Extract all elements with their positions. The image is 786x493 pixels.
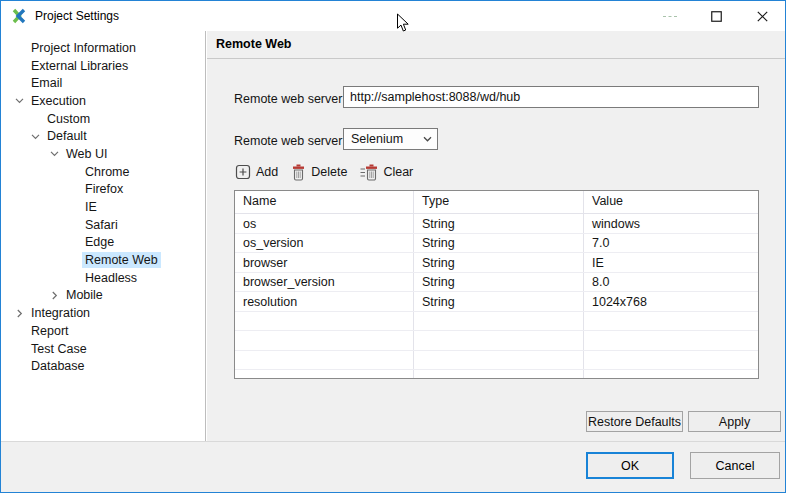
- sidebar-item-web-ui[interactable]: Web UI: [1, 145, 205, 163]
- chevron-right-icon[interactable]: [11, 309, 28, 318]
- sidebar-item-headless[interactable]: Headless: [1, 269, 205, 287]
- sidebar-item-chrome[interactable]: Chrome: [1, 163, 205, 181]
- chevron-down-icon[interactable]: [46, 149, 63, 158]
- column-header-name: Name: [235, 191, 414, 213]
- maximize-icon: [711, 11, 722, 22]
- restore-defaults-button[interactable]: Restore Defaults: [586, 411, 683, 432]
- sidebar-item-ie[interactable]: IE: [1, 198, 205, 216]
- column-header-type: Type: [414, 191, 584, 213]
- table-row[interactable]: os String windows: [235, 214, 758, 234]
- selected-option-label: Selenium: [351, 132, 403, 146]
- table-row[interactable]: browser_version String 8.0: [235, 273, 758, 293]
- add-button[interactable]: Add: [235, 164, 278, 180]
- page-title: Remote Web: [216, 37, 291, 51]
- add-icon: [235, 164, 251, 180]
- delete-label: Delete: [311, 165, 347, 179]
- katalon-logo-icon: [11, 8, 27, 24]
- sidebar-item-execution[interactable]: Execution: [1, 92, 205, 110]
- sidebar-item-safari[interactable]: Safari: [1, 216, 205, 234]
- column-header-value: Value: [584, 191, 758, 213]
- sidebar-item-report[interactable]: Report: [1, 322, 205, 340]
- table-row[interactable]: browser String IE: [235, 253, 758, 273]
- project-settings-dialog: Project Settings Project Information Ext…: [0, 0, 786, 493]
- add-label: Add: [256, 165, 278, 179]
- sidebar-item-database[interactable]: Database: [1, 357, 205, 375]
- cancel-button[interactable]: Cancel: [690, 452, 780, 479]
- clear-trash-icon: [360, 164, 378, 181]
- sidebar-item-email[interactable]: Email: [1, 74, 205, 92]
- close-icon: [757, 11, 768, 22]
- minimize-button[interactable]: [647, 1, 693, 31]
- table-row[interactable]: os_version String 7.0: [235, 234, 758, 254]
- ok-button[interactable]: OK: [586, 452, 674, 479]
- remote-server-url-label: Remote web server url: [234, 92, 360, 106]
- empty-table-row: [235, 331, 758, 351]
- sidebar-item-default[interactable]: Default: [1, 127, 205, 145]
- desired-capabilities-table: Name Type Value os String windows os_ver…: [234, 190, 759, 379]
- table-row[interactable]: resolution String 1024x768: [235, 292, 758, 312]
- apply-button[interactable]: Apply: [688, 411, 781, 432]
- title-bar: Project Settings: [1, 1, 785, 31]
- sidebar-item-integration[interactable]: Integration: [1, 304, 205, 322]
- sidebar-item-firefox[interactable]: Firefox: [1, 181, 205, 199]
- sidebar-item-custom[interactable]: Custom: [1, 110, 205, 128]
- dialog-button-bar: OK Cancel: [1, 442, 785, 492]
- window-title: Project Settings: [35, 9, 119, 23]
- chevron-down-icon[interactable]: [11, 96, 28, 105]
- sidebar-item-edge[interactable]: Edge: [1, 234, 205, 252]
- sidebar-item-remote-web[interactable]: Remote Web: [1, 251, 205, 269]
- empty-table-row: [235, 351, 758, 371]
- trash-icon: [291, 164, 306, 181]
- window-controls: [647, 1, 785, 31]
- chevron-down-icon[interactable]: [27, 132, 44, 141]
- table-header-row: Name Type Value: [235, 191, 758, 214]
- remote-server-type-select[interactable]: Selenium: [343, 128, 438, 150]
- chevron-right-icon[interactable]: [46, 291, 63, 300]
- maximize-button[interactable]: [693, 1, 739, 31]
- minimize-icon: [663, 16, 677, 17]
- chevron-down-icon: [423, 136, 432, 143]
- sidebar-item-project-information[interactable]: Project Information: [1, 39, 205, 57]
- empty-table-row: [235, 370, 758, 379]
- settings-tree: Project Information External Libraries E…: [1, 31, 206, 441]
- sidebar-item-external-libraries[interactable]: External Libraries: [1, 57, 205, 75]
- clear-button[interactable]: Clear: [360, 164, 413, 181]
- header-separator: [207, 58, 785, 59]
- close-button[interactable]: [739, 1, 785, 31]
- empty-table-row: [235, 312, 758, 332]
- remote-server-url-input[interactable]: [343, 86, 759, 108]
- delete-button[interactable]: Delete: [291, 164, 347, 181]
- properties-toolbar: Add Delete Clear: [235, 162, 426, 182]
- sidebar-item-mobile[interactable]: Mobile: [1, 287, 205, 305]
- sidebar-item-test-case[interactable]: Test Case: [1, 340, 205, 358]
- remote-web-panel: Remote Web Remote web server url Remote …: [207, 31, 785, 441]
- clear-label: Clear: [383, 165, 413, 179]
